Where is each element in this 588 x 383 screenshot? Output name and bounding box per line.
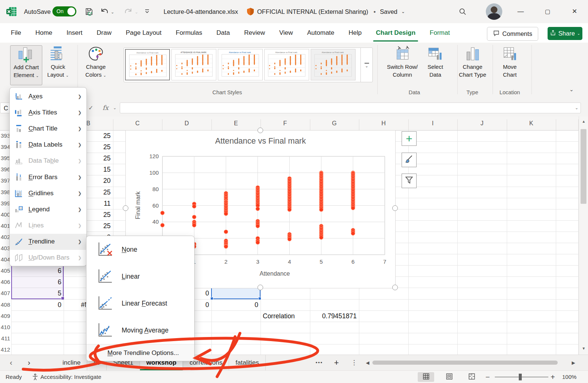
chart-style-thumb-3[interactable]: Attendance vs Final mark <box>218 49 263 80</box>
row-header-398[interactable]: 398 <box>0 187 10 198</box>
row-header-403[interactable]: 403 <box>0 243 10 254</box>
menu-item-axes[interactable]: Axes❯ <box>10 88 86 104</box>
row-header-396[interactable]: 396 <box>0 164 10 175</box>
column-header-d[interactable]: D <box>162 116 211 130</box>
page-break-view-button[interactable] <box>463 372 480 382</box>
document-title[interactable]: Lecture-04-attendance.xlsx <box>164 0 238 23</box>
zoom-slider-thumb[interactable] <box>519 374 522 380</box>
more-sheets-icon[interactable]: ••• <box>314 355 325 371</box>
ribbon-tab-insert[interactable]: Insert <box>60 23 90 43</box>
formula-input[interactable] <box>120 102 581 113</box>
normal-view-button[interactable] <box>418 372 434 382</box>
chart-style-thumb-4[interactable]: Attendance vs Final mark <box>264 49 309 80</box>
accessibility-status[interactable]: Accessibility: Investigate <box>40 371 101 383</box>
column-header-c[interactable]: C <box>113 116 162 130</box>
chart-resize-handle-bottom[interactable] <box>258 285 263 290</box>
column-header-e[interactable]: E <box>211 116 261 130</box>
avatar[interactable] <box>486 3 502 20</box>
cell-f409[interactable]: Correlation <box>261 310 310 322</box>
chart-elements-button[interactable]: + <box>402 131 417 146</box>
row-header-404[interactable]: 404 <box>0 254 10 265</box>
row-header-393[interactable]: 393 <box>0 130 10 141</box>
chart-resize-handle-corner[interactable] <box>392 285 398 290</box>
selection-e407[interactable] <box>211 288 261 299</box>
chart-resize-handle-top[interactable] <box>258 128 263 133</box>
column-header-i[interactable]: I <box>408 116 458 130</box>
row-header-410[interactable]: 410 <box>0 322 10 333</box>
cell-a408[interactable]: 0 <box>11 299 64 310</box>
menu-item-error-bars[interactable]: Error Bars❯ <box>10 169 86 185</box>
chart-style-thumb-5[interactable]: Attendance vs Final mark <box>311 49 356 80</box>
row-header-408[interactable]: 408 <box>0 299 10 310</box>
change-chart-type-button[interactable]: Change Chart Type <box>455 45 490 79</box>
move-chart-button[interactable]: Move Chart <box>495 45 525 79</box>
ribbon-tab-chart-design[interactable]: Chart Design <box>369 23 423 43</box>
close-button[interactable]: ✕ <box>563 0 586 23</box>
selection-handle[interactable] <box>210 297 213 300</box>
menu-item-legend[interactable]: Legend❯ <box>10 201 86 217</box>
chart-resize-handle-left[interactable] <box>123 205 128 211</box>
selection-handle[interactable] <box>258 297 261 300</box>
menu-item-more-trendline-options[interactable]: More Trendline Options... <box>86 344 194 361</box>
saved-dropdown-icon[interactable]: ⌄ <box>401 0 405 23</box>
column-header-f[interactable]: F <box>261 116 310 130</box>
hscroll-right-icon[interactable]: ▶ <box>570 355 576 371</box>
ribbon-tab-view[interactable]: View <box>272 23 300 43</box>
column-header-k[interactable]: K <box>507 116 556 130</box>
submenu-item-linear-forecast[interactable]: Linear Forecast <box>86 290 194 317</box>
formula-bar-expand-icon[interactable]: ⌄ <box>575 102 578 113</box>
menu-item-chart-title[interactable]: Chart Title❯ <box>10 120 86 137</box>
menu-item-data-labels[interactable]: Data Labels❯ <box>10 137 86 153</box>
undo-dropdown-icon[interactable]: ⌄ <box>111 10 114 15</box>
ribbon-tab-automate[interactable]: Automate <box>300 23 342 43</box>
ribbon-tab-page-layout[interactable]: Page Layout <box>119 23 168 43</box>
chart-style-thumb-1[interactable]: Attendance vs Final mark <box>125 49 170 80</box>
new-sheet-button[interactable]: + <box>331 355 342 371</box>
column-header-h[interactable]: H <box>359 116 408 130</box>
row-header-412[interactable]: 412 <box>0 344 10 355</box>
row-header-402[interactable]: 402 <box>0 232 10 243</box>
ribbon-tab-formulas[interactable]: Formulas <box>168 23 209 43</box>
row-header-411[interactable]: 411 <box>0 333 10 344</box>
select-data-button[interactable]: Select Data <box>423 45 448 79</box>
chart-style-thumb-2[interactable]: ATTENDANCE VS FINAL MARK <box>171 49 216 80</box>
enter-check-icon[interactable]: ✓ <box>88 102 93 113</box>
collapse-ribbon-icon[interactable]: ⌄ <box>569 86 574 92</box>
chart-filters-button[interactable] <box>402 174 417 188</box>
row-header-409[interactable]: 409 <box>0 310 10 322</box>
menu-item-gridlines[interactable]: Gridlines❯ <box>10 185 86 201</box>
quick-access-toolbar-icon[interactable] <box>144 8 150 16</box>
menu-item-axis-titles[interactable]: Axis Titles❯ <box>10 104 86 120</box>
sensitivity-label[interactable]: OFFICIAL INTERNAL (External Sharing) <box>257 0 368 23</box>
column-header-g[interactable]: G <box>310 116 359 130</box>
add-chart-element-button[interactable]: Add Chart Element ⌄ <box>10 45 42 85</box>
undo-icon[interactable] <box>100 7 109 18</box>
maximize-button[interactable]: ▢ <box>536 0 559 23</box>
row-header-394[interactable]: 394 <box>0 141 10 153</box>
chevron-down-icon[interactable]: ⌄ <box>113 102 116 113</box>
ribbon-tab-help[interactable]: Help <box>341 23 369 43</box>
horizontal-scroll-thumb[interactable] <box>372 361 558 365</box>
cell-e408[interactable]: 0 <box>211 299 261 310</box>
sheet-nav-left-icon[interactable]: ‹ <box>10 355 12 371</box>
submenu-item-none[interactable]: None <box>86 236 194 263</box>
hscroll-left-icon[interactable]: ◀ <box>365 355 371 371</box>
change-colors-button[interactable]: Change Colors ⌄ <box>81 45 111 79</box>
zoom-level[interactable]: 100% <box>562 371 576 383</box>
row-header-400[interactable]: 400 <box>0 209 10 220</box>
submenu-item-linear[interactable]: Linear <box>86 263 194 290</box>
ribbon-tab-format[interactable]: Format <box>423 23 457 43</box>
page-layout-view-button[interactable] <box>441 372 457 382</box>
scroll-down-icon[interactable]: ▼ <box>579 346 588 350</box>
row-header-399[interactable]: 399 <box>0 198 10 209</box>
row-header-407[interactable]: 407 <box>0 288 10 299</box>
row-header-395[interactable]: 395 <box>0 153 10 164</box>
menu-item-trendline[interactable]: Trendline❯ <box>10 234 86 250</box>
sheet-options-icon[interactable]: ⋮ <box>350 355 358 371</box>
quick-layout-button[interactable]: Quick Layout ⌄ <box>43 45 73 79</box>
switch-row-column-button[interactable]: Switch Row/ Column <box>383 45 422 79</box>
submenu-item-moving-average[interactable]: Moving Average <box>86 317 194 344</box>
ribbon-tab-file[interactable]: File <box>4 23 28 43</box>
row-header-401[interactable]: 401 <box>0 220 10 232</box>
gallery-more-button[interactable]: ⌄ <box>360 48 373 82</box>
